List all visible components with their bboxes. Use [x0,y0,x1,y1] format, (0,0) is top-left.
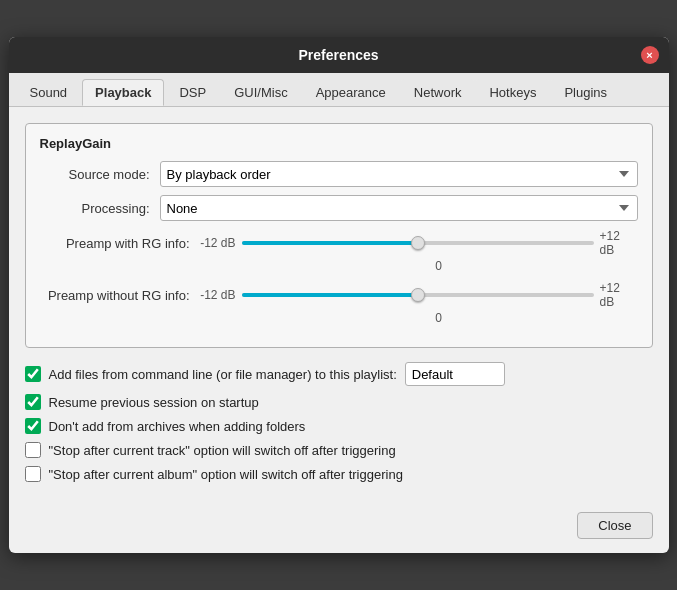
playlist-input[interactable] [405,362,505,386]
replaygain-title: ReplayGain [40,136,638,151]
close-button[interactable]: Close [577,512,652,539]
stop-after-album-label: "Stop after current album" option will s… [49,467,403,482]
processing-row: Processing: None Apply gain Apply gain a… [40,195,638,221]
resume-label: Resume previous session on startup [49,395,259,410]
tab-network[interactable]: Network [401,79,475,106]
preamp-norg-slider-wrapper [242,285,594,305]
resume-row: Resume previous session on startup [25,394,653,410]
tab-content-playback: ReplayGain Source mode: By playback orde… [9,107,669,504]
processing-select[interactable]: None Apply gain Apply gain and prevent c… [160,195,638,221]
preamp-rg-thumb[interactable] [411,236,425,250]
tab-dsp[interactable]: DSP [166,79,219,106]
preamp-norg-row: Preamp without RG info: -12 dB +12 dB [40,281,638,309]
add-files-label: Add files from command line (or file man… [49,367,397,382]
dont-add-archives-checkbox[interactable] [25,418,41,434]
add-files-checkbox[interactable] [25,366,41,382]
tab-gui-misc[interactable]: GUI/Misc [221,79,300,106]
tab-playback[interactable]: Playback [82,79,164,106]
resume-checkbox[interactable] [25,394,41,410]
preamp-norg-min: -12 dB [198,288,236,302]
source-mode-select[interactable]: By playback order Track Album Disabled [160,161,638,187]
preamp-norg-track [242,293,594,297]
tab-sound[interactable]: Sound [17,79,81,106]
preamp-norg-max: +12 dB [600,281,638,309]
stop-after-track-label: "Stop after current track" option will s… [49,443,396,458]
preamp-rg-slider-wrapper [242,233,594,253]
add-files-row: Add files from command line (or file man… [25,362,653,386]
tab-appearance[interactable]: Appearance [303,79,399,106]
preamp-norg-value-row: 0 [40,311,638,325]
titlebar: Preferences × [9,37,669,73]
dialog-title: Preferences [298,47,378,63]
preamp-rg-label: Preamp with RG info: [40,236,190,251]
preamp-rg-max: +12 dB [600,229,638,257]
preamp-norg-label: Preamp without RG info: [40,288,190,303]
stop-after-track-row: "Stop after current track" option will s… [25,442,653,458]
window-close-button[interactable]: × [641,46,659,64]
replaygain-group: ReplayGain Source mode: By playback orde… [25,123,653,348]
source-mode-row: Source mode: By playback order Track Alb… [40,161,638,187]
preamp-rg-track [242,241,594,245]
source-mode-label: Source mode: [40,167,150,182]
stop-after-track-checkbox[interactable] [25,442,41,458]
stop-after-album-checkbox[interactable] [25,466,41,482]
stop-after-album-row: "Stop after current album" option will s… [25,466,653,482]
preamp-rg-value: 0 [435,259,442,273]
dont-add-archives-label: Don't add from archives when adding fold… [49,419,306,434]
tab-plugins[interactable]: Plugins [551,79,620,106]
tabs-bar: Sound Playback DSP GUI/Misc Appearance N… [9,73,669,107]
preamp-rg-fill [242,241,418,245]
preamp-rg-value-row: 0 [40,259,638,273]
preamp-norg-fill [242,293,418,297]
preamp-rg-row: Preamp with RG info: -12 dB +12 dB [40,229,638,257]
preferences-dialog: Preferences × Sound Playback DSP GUI/Mis… [9,37,669,553]
preamp-norg-value: 0 [435,311,442,325]
preamp-rg-min: -12 dB [198,236,236,250]
footer: Close [9,504,669,553]
tab-hotkeys[interactable]: Hotkeys [476,79,549,106]
preamp-norg-thumb[interactable] [411,288,425,302]
dont-add-archives-row: Don't add from archives when adding fold… [25,418,653,434]
processing-label: Processing: [40,201,150,216]
